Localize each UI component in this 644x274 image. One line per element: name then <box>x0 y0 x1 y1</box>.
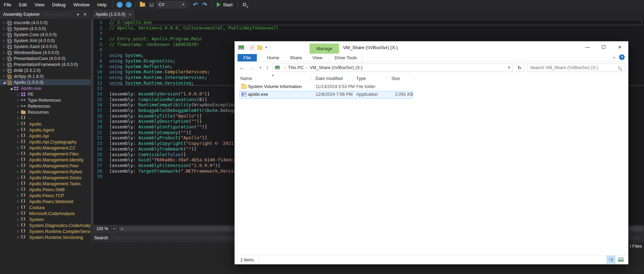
expand-icon[interactable]: ▷ <box>16 152 20 155</box>
tree-item-pe[interactable]: ▷PE <box>0 91 91 97</box>
nav-forward-button[interactable]: → <box>248 65 256 71</box>
search-input[interactable] <box>527 65 618 70</box>
collapse-icon[interactable]: ◢ <box>2 81 6 84</box>
ribbon-expand-chevron-icon[interactable] <box>612 55 616 59</box>
column-name[interactable]: Name <box>240 76 252 81</box>
menu-file[interactable]: File <box>0 0 15 9</box>
help-button[interactable]: ? <box>619 54 625 60</box>
address-bar[interactable]: › This PC › VM_Share (\\VBoxSvr) (X:) ▼ <box>272 64 513 72</box>
tree-item-system.xml-4.0.0.0-[interactable]: ▷System.Xml (4.0.0.0) <box>0 38 91 44</box>
tree-item-system.xaml-4.0.0.0-[interactable]: ▷System.Xaml (4.0.0.0) <box>0 44 91 49</box>
column-separator[interactable] <box>311 75 312 82</box>
details-view-button[interactable] <box>607 256 615 263</box>
redo-button[interactable]: ↷ <box>200 0 209 9</box>
expand-icon[interactable]: ▷ <box>16 188 20 191</box>
tree-item-apollo.management.socks[interactable]: ▷Apollo.Management.Socks <box>0 175 91 181</box>
back-button[interactable]: ← <box>115 0 124 9</box>
tree-item-apollo.exe[interactable]: ◢Apollo.exe <box>0 85 91 91</box>
column-separator[interactable] <box>386 75 386 82</box>
tree-item-system[interactable]: ▷System <box>0 216 91 222</box>
expand-icon[interactable]: ▷ <box>2 33 6 36</box>
close-button[interactable]: ✕ <box>614 43 625 51</box>
menu-view[interactable]: View <box>31 0 48 9</box>
file-row-apollo.exe[interactable]: apollo.exe12/6/2024 7:56 PMApplication2,… <box>235 91 628 99</box>
tree-item-windowsbase-4.0.0.0-[interactable]: ▷WindowsBase (4.0.0.0) <box>0 49 91 55</box>
column-size[interactable]: Size <box>391 76 400 81</box>
properties-check-icon[interactable]: ✓ <box>249 45 255 50</box>
expand-icon[interactable]: ▷ <box>16 230 20 233</box>
tree-item-dnspy-6.1.8.0-[interactable]: ▷dnSpy (6.1.8.0) <box>0 73 91 79</box>
expand-icon[interactable]: ▷ <box>16 158 20 161</box>
start-button[interactable]: Start <box>214 2 235 7</box>
tree-item-type-references[interactable]: ▷Type References <box>0 97 91 103</box>
qat-customize-chevron-icon[interactable]: ▼ <box>265 46 268 49</box>
tree-item-apollo.peers.tcp[interactable]: ▷Apollo.Peers.TCP <box>0 193 91 199</box>
forward-button[interactable]: → <box>124 0 134 9</box>
tree-item-microsoft.codeanalysis[interactable]: ▷Microsoft.CodeAnalysis <box>0 210 91 216</box>
expand-icon[interactable]: ▷ <box>16 206 20 209</box>
breadcrumb-drive[interactable]: VM_Share (\\VBoxSvr) (X:) <box>310 65 363 70</box>
tab-apollo[interactable]: Apollo (1.0.0.0) ✕ <box>92 10 135 19</box>
tree-item-resources[interactable]: ▷Resources <box>0 109 91 115</box>
tree-item-system.core-4.0.0.0-[interactable]: ▷System.Core (4.0.0.0) <box>0 32 91 38</box>
tab-drive-tools[interactable]: Drive Tools <box>329 54 363 61</box>
tree-item-apollo.peers.webshell[interactable]: ▷Apollo.Peers.Webshell <box>0 199 91 205</box>
tab-share[interactable]: Share <box>285 54 307 61</box>
tree-item-apollo[interactable]: ▷Apollo <box>0 121 91 127</box>
tree-item-presentationframework-4.0.0.0-[interactable]: ▷PresentationFramework (4.0.0.0) <box>0 61 91 67</box>
menu-window[interactable]: Window <box>70 0 93 9</box>
expand-icon[interactable]: ▷ <box>16 200 20 203</box>
expand-icon[interactable]: ▷ <box>2 69 6 72</box>
expand-icon[interactable]: ▷ <box>16 122 20 126</box>
thumbnail-view-button[interactable] <box>617 256 625 263</box>
expand-icon[interactable]: ▷ <box>16 99 20 102</box>
tree-item-system.runtime.compilerservic[interactable]: ▷System.Runtime.CompilerServic <box>0 228 91 234</box>
column-type[interactable]: Type <box>356 76 366 81</box>
tab-home[interactable]: Home <box>262 54 285 61</box>
panel-menu-button[interactable]: ▼ <box>74 13 82 16</box>
expand-icon[interactable]: ▷ <box>16 116 20 120</box>
tree-item-presentationcore-4.0.0.0-[interactable]: ▷PresentationCore (4.0.0.0) <box>0 55 91 61</box>
save-button[interactable] <box>147 0 156 9</box>
expand-icon[interactable]: ▷ <box>2 27 6 30</box>
menu-edit[interactable]: Edit <box>15 0 31 9</box>
column-date-modified[interactable]: Date modified <box>316 76 343 81</box>
expand-icon[interactable]: ▷ <box>16 105 20 108</box>
address-dropdown-chevron-icon[interactable]: ▼ <box>506 66 513 69</box>
expand-icon[interactable]: ▷ <box>16 170 20 173</box>
expand-icon[interactable]: ▷ <box>2 51 6 54</box>
breadcrumb-this-pc[interactable]: This PC <box>288 65 304 70</box>
expand-icon[interactable]: ▷ <box>2 57 6 60</box>
expand-icon[interactable]: ▷ <box>16 164 20 167</box>
tree-item-apollo-1.0.0.0-[interactable]: ◢Apollo (1.0.0.0) <box>0 79 91 85</box>
expand-icon[interactable]: ▷ <box>2 63 6 66</box>
tree-item-apollo.agent[interactable]: ▷Apollo.Agent <box>0 127 91 133</box>
tree-item-references[interactable]: ▷References <box>0 103 91 109</box>
tree-item-system.runtime.versioning[interactable]: ▷System.Runtime.Versioning <box>0 234 91 240</box>
expand-icon[interactable]: ▷ <box>2 45 6 48</box>
explorer-search-box[interactable] <box>527 64 625 72</box>
undo-button[interactable]: ↶ <box>191 0 200 9</box>
tree-item-apollo.management.identity[interactable]: ▷Apollo.Management.Identity <box>0 157 91 163</box>
tree-item-apollo.management.tasks[interactable]: ▷Apollo.Management.Tasks <box>0 181 91 187</box>
expand-icon[interactable]: ▷ <box>16 128 20 132</box>
file-row-system-volume-information[interactable]: System Volume Information11/13/2024 5:53… <box>235 83 628 91</box>
maximize-button[interactable] <box>598 43 609 51</box>
expand-icon[interactable]: ▷ <box>16 182 20 185</box>
scroll-left-icon[interactable]: ◀ <box>119 227 123 230</box>
tab-view[interactable]: View <box>307 54 327 61</box>
column-separator[interactable] <box>352 75 353 82</box>
menu-debug[interactable]: Debug <box>48 0 69 9</box>
new-folder-icon[interactable] <box>257 46 262 50</box>
refresh-button[interactable]: ↻ <box>515 64 524 72</box>
expand-icon[interactable]: ▷ <box>2 21 6 24</box>
tree-item-costura[interactable]: ▷Costura <box>0 205 91 210</box>
expand-icon[interactable]: ▷ <box>16 111 20 114</box>
column-separator[interactable] <box>413 75 414 82</box>
expand-icon[interactable]: ▷ <box>16 236 20 239</box>
tab-file[interactable]: File <box>238 54 257 61</box>
menu-help[interactable]: Help <box>93 0 111 9</box>
collapse-icon[interactable]: ◢ <box>9 87 13 90</box>
tree-item-dnlib-3.3.2.0-[interactable]: ▷dnlib (3.3.2.0) <box>0 67 91 73</box>
tree-item--[interactable]: ▷- <box>0 115 91 121</box>
